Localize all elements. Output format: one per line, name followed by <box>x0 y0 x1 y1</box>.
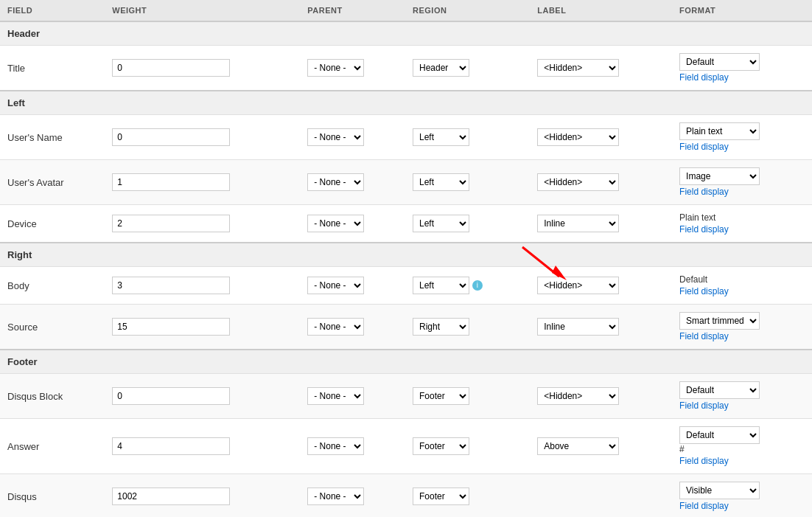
field-name: Device <box>0 205 105 243</box>
format-select[interactable]: DefaultPlain textImageSmart trimmedVisib… <box>679 122 760 140</box>
field-display-link[interactable]: Field display <box>679 331 729 341</box>
parent-select[interactable]: - None -HeaderLeftRightFooterDisabled <box>307 318 364 336</box>
parent-cell: - None -HeaderLeftRightFooterDisabled <box>300 474 405 518</box>
region-select[interactable]: - None -HeaderLeftRightFooterDisabled <box>413 173 469 191</box>
label-select[interactable]: <Hidden>AboveInlineVisually hidden <box>537 173 619 191</box>
format-select[interactable]: DefaultPlain textImageSmart trimmedVisib… <box>679 482 760 499</box>
label-select[interactable]: <Hidden>AboveInlineVisually hidden <box>537 215 619 232</box>
parent-cell: - None -HeaderLeftRightFooterDisabled <box>300 419 405 474</box>
field-name: Body <box>0 267 105 305</box>
label-select[interactable]: <Hidden>AboveInlineVisually hidden <box>537 387 619 405</box>
region-select[interactable]: - None -HeaderLeftRightFooterDisabled <box>413 215 469 232</box>
parent-select[interactable]: - None -HeaderLeftRightFooterDisabled <box>307 173 364 191</box>
region-select[interactable]: - None -HeaderLeftRightFooterDisabled <box>413 277 469 294</box>
field-display-link[interactable]: Field display <box>679 224 729 235</box>
label-cell: <Hidden>AboveInlineVisually hidden <box>530 267 672 305</box>
parent-select[interactable]: - None -HeaderLeftRightFooterDisabled <box>307 437 364 455</box>
label-select[interactable]: <Hidden>AboveInlineVisually hidden <box>537 277 619 294</box>
col-region: REGION <box>405 0 530 21</box>
section-header: Header <box>0 21 812 46</box>
section-header: Left <box>0 91 812 115</box>
field-display-link[interactable]: Field display <box>679 501 729 511</box>
region-cell: - None -HeaderLeftRightFooterDisabled <box>405 115 530 160</box>
region-select[interactable]: - None -HeaderLeftRightFooterDisabled <box>413 437 469 455</box>
label-cell <box>530 474 672 518</box>
region-cell: - None -HeaderLeftRightFooterDisabled <box>405 474 530 518</box>
region-select[interactable]: - None -HeaderLeftRightFooterDisabled <box>413 128 469 146</box>
format-select[interactable]: DefaultPlain textImageSmart trimmedVisib… <box>679 53 760 71</box>
field-display-link[interactable]: Field display <box>679 142 729 152</box>
field-name: Disqus Block <box>0 374 105 419</box>
parent-cell: - None -HeaderLeftRightFooterDisabled <box>300 160 405 205</box>
field-name: Source <box>0 305 105 350</box>
format-select[interactable]: DefaultPlain textImageSmart trimmedVisib… <box>679 381 760 399</box>
weight-input[interactable] <box>112 487 230 505</box>
parent-select[interactable]: - None -HeaderLeftRightFooterDisabled <box>307 215 364 232</box>
region-cell: - None -HeaderLeftRightFooterDisabledi <box>405 267 530 305</box>
weight-input[interactable] <box>112 387 230 405</box>
parent-cell: - None -HeaderLeftRightFooterDisabled <box>300 115 405 160</box>
table-row: Source- None -HeaderLeftRightFooterDisab… <box>0 305 812 350</box>
weight-cell <box>105 160 300 205</box>
region-select[interactable]: - None -HeaderLeftRightFooterDisabled <box>413 59 469 77</box>
weight-input[interactable] <box>112 437 230 455</box>
region-select[interactable]: - None -HeaderLeftRightFooterDisabled <box>413 318 469 336</box>
table-row: Device- None -HeaderLeftRightFooterDisab… <box>0 205 812 243</box>
label-select[interactable]: <Hidden>AboveInlineVisually hidden <box>537 59 619 77</box>
weight-cell <box>105 267 300 305</box>
parent-select[interactable]: - None -HeaderLeftRightFooterDisabled <box>307 128 364 146</box>
parent-select[interactable]: - None -HeaderLeftRightFooterDisabled <box>307 59 364 77</box>
format-select[interactable]: DefaultPlain textImageSmart trimmedVisib… <box>679 167 760 185</box>
field-display-link[interactable]: Field display <box>679 72 729 83</box>
weight-cell <box>105 46 300 91</box>
table-row: Answer- None -HeaderLeftRightFooterDisab… <box>0 419 812 474</box>
info-icon[interactable]: i <box>472 280 483 291</box>
parent-cell: - None -HeaderLeftRightFooterDisabled <box>300 46 405 91</box>
label-cell: <Hidden>AboveInlineVisually hidden <box>530 305 672 350</box>
region-select[interactable]: - None -HeaderLeftRightFooterDisabled <box>413 487 469 505</box>
field-name: Answer <box>0 419 105 474</box>
format-cell: Plain textField display <box>672 205 812 243</box>
parent-cell: - None -HeaderLeftRightFooterDisabled <box>300 205 405 243</box>
weight-cell <box>105 115 300 160</box>
label-cell: <Hidden>AboveInlineVisually hidden <box>530 205 672 243</box>
field-display-link[interactable]: Field display <box>679 187 729 197</box>
label-cell: <Hidden>AboveInlineVisually hidden <box>530 160 672 205</box>
field-display-link[interactable]: Field display <box>679 286 729 296</box>
label-select[interactable]: <Hidden>AboveInlineVisually hidden <box>537 128 619 146</box>
format-cell: DefaultPlain textImageSmart trimmedVisib… <box>672 419 812 474</box>
parent-select[interactable]: - None -HeaderLeftRightFooterDisabled <box>307 277 364 294</box>
col-parent: PARENT <box>300 0 405 21</box>
format-cell: DefaultPlain textImageSmart trimmedVisib… <box>672 374 812 419</box>
weight-input[interactable] <box>112 173 230 191</box>
format-cell: DefaultPlain textImageSmart trimmedVisib… <box>672 46 812 91</box>
region-cell: - None -HeaderLeftRightFooterDisabled <box>405 46 530 91</box>
label-select[interactable]: <Hidden>AboveInlineVisually hidden <box>537 318 619 336</box>
format-cell: DefaultPlain textImageSmart trimmedVisib… <box>672 160 812 205</box>
weight-input[interactable] <box>112 128 230 146</box>
label-select[interactable]: <Hidden>AboveInlineVisually hidden <box>537 437 619 455</box>
weight-input[interactable] <box>112 215 230 232</box>
field-display-link[interactable]: Field display <box>679 400 729 411</box>
weight-cell <box>105 374 300 419</box>
format-text: Default <box>679 274 707 285</box>
weight-cell <box>105 419 300 474</box>
section-header: Right <box>0 243 812 267</box>
weight-input[interactable] <box>112 318 230 336</box>
format-cell: DefaultPlain textImageSmart trimmedVisib… <box>672 474 812 518</box>
format-text: Plain text <box>679 212 715 223</box>
region-select[interactable]: - None -HeaderLeftRightFooterDisabled <box>413 387 469 405</box>
format-select[interactable]: DefaultPlain textImageSmart trimmedVisib… <box>679 312 760 330</box>
parent-cell: - None -HeaderLeftRightFooterDisabled <box>300 305 405 350</box>
region-cell: - None -HeaderLeftRightFooterDisabled <box>405 419 530 474</box>
format-cell: DefaultField display <box>672 267 812 305</box>
weight-input[interactable] <box>112 277 230 294</box>
parent-cell: - None -HeaderLeftRightFooterDisabled <box>300 374 405 419</box>
weight-input[interactable] <box>112 59 230 77</box>
table-row: Title- None -HeaderLeftRightFooterDisabl… <box>0 46 812 91</box>
format-select[interactable]: DefaultPlain textImageSmart trimmedVisib… <box>679 426 760 444</box>
parent-select[interactable]: - None -HeaderLeftRightFooterDisabled <box>307 387 364 405</box>
col-format: FORMAT <box>672 0 812 21</box>
field-display-link[interactable]: Field display <box>679 456 729 466</box>
parent-select[interactable]: - None -HeaderLeftRightFooterDisabled <box>307 487 364 505</box>
